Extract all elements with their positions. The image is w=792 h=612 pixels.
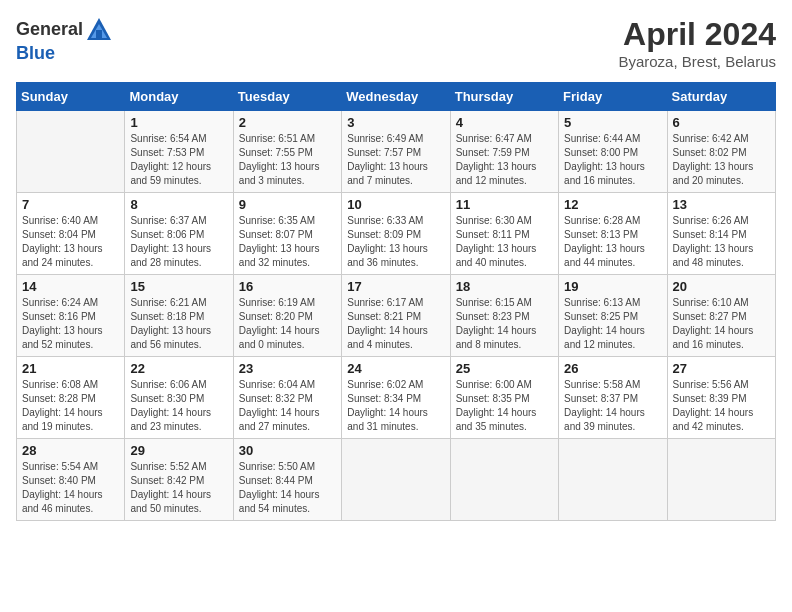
day-number: 12 bbox=[564, 197, 661, 212]
day-info: Sunrise: 6:17 AM Sunset: 8:21 PM Dayligh… bbox=[347, 296, 444, 352]
day-number: 9 bbox=[239, 197, 336, 212]
day-info: Sunrise: 5:58 AM Sunset: 8:37 PM Dayligh… bbox=[564, 378, 661, 434]
day-number: 18 bbox=[456, 279, 553, 294]
day-info: Sunrise: 6:37 AM Sunset: 8:06 PM Dayligh… bbox=[130, 214, 227, 270]
day-info: Sunrise: 6:44 AM Sunset: 8:00 PM Dayligh… bbox=[564, 132, 661, 188]
day-info: Sunrise: 6:30 AM Sunset: 8:11 PM Dayligh… bbox=[456, 214, 553, 270]
day-info: Sunrise: 6:21 AM Sunset: 8:18 PM Dayligh… bbox=[130, 296, 227, 352]
header-friday: Friday bbox=[559, 83, 667, 111]
day-number: 30 bbox=[239, 443, 336, 458]
day-info: Sunrise: 6:49 AM Sunset: 7:57 PM Dayligh… bbox=[347, 132, 444, 188]
table-row: 12Sunrise: 6:28 AM Sunset: 8:13 PM Dayli… bbox=[559, 193, 667, 275]
day-info: Sunrise: 6:35 AM Sunset: 8:07 PM Dayligh… bbox=[239, 214, 336, 270]
day-info: Sunrise: 6:54 AM Sunset: 7:53 PM Dayligh… bbox=[130, 132, 227, 188]
table-row: 18Sunrise: 6:15 AM Sunset: 8:23 PM Dayli… bbox=[450, 275, 558, 357]
day-info: Sunrise: 6:10 AM Sunset: 8:27 PM Dayligh… bbox=[673, 296, 770, 352]
table-row bbox=[342, 439, 450, 521]
day-number: 23 bbox=[239, 361, 336, 376]
table-row: 22Sunrise: 6:06 AM Sunset: 8:30 PM Dayli… bbox=[125, 357, 233, 439]
table-row: 7Sunrise: 6:40 AM Sunset: 8:04 PM Daylig… bbox=[17, 193, 125, 275]
table-row: 3Sunrise: 6:49 AM Sunset: 7:57 PM Daylig… bbox=[342, 111, 450, 193]
day-info: Sunrise: 5:56 AM Sunset: 8:39 PM Dayligh… bbox=[673, 378, 770, 434]
table-row: 2Sunrise: 6:51 AM Sunset: 7:55 PM Daylig… bbox=[233, 111, 341, 193]
day-number: 1 bbox=[130, 115, 227, 130]
day-number: 27 bbox=[673, 361, 770, 376]
table-row: 5Sunrise: 6:44 AM Sunset: 8:00 PM Daylig… bbox=[559, 111, 667, 193]
day-info: Sunrise: 6:13 AM Sunset: 8:25 PM Dayligh… bbox=[564, 296, 661, 352]
day-number: 20 bbox=[673, 279, 770, 294]
day-number: 4 bbox=[456, 115, 553, 130]
day-number: 21 bbox=[22, 361, 119, 376]
day-info: Sunrise: 5:52 AM Sunset: 8:42 PM Dayligh… bbox=[130, 460, 227, 516]
day-info: Sunrise: 5:50 AM Sunset: 8:44 PM Dayligh… bbox=[239, 460, 336, 516]
header-saturday: Saturday bbox=[667, 83, 775, 111]
day-number: 10 bbox=[347, 197, 444, 212]
table-row: 19Sunrise: 6:13 AM Sunset: 8:25 PM Dayli… bbox=[559, 275, 667, 357]
table-row: 23Sunrise: 6:04 AM Sunset: 8:32 PM Dayli… bbox=[233, 357, 341, 439]
day-number: 5 bbox=[564, 115, 661, 130]
weekday-header-row: Sunday Monday Tuesday Wednesday Thursday… bbox=[17, 83, 776, 111]
table-row: 20Sunrise: 6:10 AM Sunset: 8:27 PM Dayli… bbox=[667, 275, 775, 357]
day-info: Sunrise: 6:51 AM Sunset: 7:55 PM Dayligh… bbox=[239, 132, 336, 188]
day-number: 6 bbox=[673, 115, 770, 130]
day-number: 15 bbox=[130, 279, 227, 294]
table-row: 17Sunrise: 6:17 AM Sunset: 8:21 PM Dayli… bbox=[342, 275, 450, 357]
header-tuesday: Tuesday bbox=[233, 83, 341, 111]
table-row bbox=[450, 439, 558, 521]
calendar-week-1: 1Sunrise: 6:54 AM Sunset: 7:53 PM Daylig… bbox=[17, 111, 776, 193]
logo: General Blue bbox=[16, 16, 113, 64]
table-row bbox=[667, 439, 775, 521]
table-row: 24Sunrise: 6:02 AM Sunset: 8:34 PM Dayli… bbox=[342, 357, 450, 439]
day-number: 3 bbox=[347, 115, 444, 130]
day-info: Sunrise: 6:15 AM Sunset: 8:23 PM Dayligh… bbox=[456, 296, 553, 352]
month-title: April 2024 bbox=[618, 16, 776, 53]
table-row: 10Sunrise: 6:33 AM Sunset: 8:09 PM Dayli… bbox=[342, 193, 450, 275]
day-info: Sunrise: 6:40 AM Sunset: 8:04 PM Dayligh… bbox=[22, 214, 119, 270]
table-row bbox=[559, 439, 667, 521]
table-row bbox=[17, 111, 125, 193]
day-info: Sunrise: 6:02 AM Sunset: 8:34 PM Dayligh… bbox=[347, 378, 444, 434]
page-header: General Blue April 2024 Byaroza, Brest, … bbox=[16, 16, 776, 70]
day-info: Sunrise: 6:42 AM Sunset: 8:02 PM Dayligh… bbox=[673, 132, 770, 188]
day-number: 16 bbox=[239, 279, 336, 294]
day-number: 14 bbox=[22, 279, 119, 294]
calendar-table: Sunday Monday Tuesday Wednesday Thursday… bbox=[16, 82, 776, 521]
header-thursday: Thursday bbox=[450, 83, 558, 111]
table-row: 14Sunrise: 6:24 AM Sunset: 8:16 PM Dayli… bbox=[17, 275, 125, 357]
table-row: 27Sunrise: 5:56 AM Sunset: 8:39 PM Dayli… bbox=[667, 357, 775, 439]
svg-rect-2 bbox=[96, 30, 102, 38]
table-row: 25Sunrise: 6:00 AM Sunset: 8:35 PM Dayli… bbox=[450, 357, 558, 439]
table-row: 1Sunrise: 6:54 AM Sunset: 7:53 PM Daylig… bbox=[125, 111, 233, 193]
calendar-week-2: 7Sunrise: 6:40 AM Sunset: 8:04 PM Daylig… bbox=[17, 193, 776, 275]
day-number: 8 bbox=[130, 197, 227, 212]
table-row: 9Sunrise: 6:35 AM Sunset: 8:07 PM Daylig… bbox=[233, 193, 341, 275]
day-info: Sunrise: 6:28 AM Sunset: 8:13 PM Dayligh… bbox=[564, 214, 661, 270]
table-row: 26Sunrise: 5:58 AM Sunset: 8:37 PM Dayli… bbox=[559, 357, 667, 439]
day-info: Sunrise: 6:47 AM Sunset: 7:59 PM Dayligh… bbox=[456, 132, 553, 188]
day-number: 24 bbox=[347, 361, 444, 376]
day-number: 25 bbox=[456, 361, 553, 376]
header-monday: Monday bbox=[125, 83, 233, 111]
day-info: Sunrise: 6:33 AM Sunset: 8:09 PM Dayligh… bbox=[347, 214, 444, 270]
calendar-week-3: 14Sunrise: 6:24 AM Sunset: 8:16 PM Dayli… bbox=[17, 275, 776, 357]
header-wednesday: Wednesday bbox=[342, 83, 450, 111]
day-number: 17 bbox=[347, 279, 444, 294]
day-number: 13 bbox=[673, 197, 770, 212]
day-number: 22 bbox=[130, 361, 227, 376]
table-row: 28Sunrise: 5:54 AM Sunset: 8:40 PM Dayli… bbox=[17, 439, 125, 521]
table-row: 21Sunrise: 6:08 AM Sunset: 8:28 PM Dayli… bbox=[17, 357, 125, 439]
table-row: 30Sunrise: 5:50 AM Sunset: 8:44 PM Dayli… bbox=[233, 439, 341, 521]
table-row: 11Sunrise: 6:30 AM Sunset: 8:11 PM Dayli… bbox=[450, 193, 558, 275]
day-number: 19 bbox=[564, 279, 661, 294]
logo-blue-text: Blue bbox=[16, 44, 113, 64]
day-info: Sunrise: 6:00 AM Sunset: 8:35 PM Dayligh… bbox=[456, 378, 553, 434]
day-number: 28 bbox=[22, 443, 119, 458]
header-sunday: Sunday bbox=[17, 83, 125, 111]
table-row: 8Sunrise: 6:37 AM Sunset: 8:06 PM Daylig… bbox=[125, 193, 233, 275]
location: Byaroza, Brest, Belarus bbox=[618, 53, 776, 70]
table-row: 13Sunrise: 6:26 AM Sunset: 8:14 PM Dayli… bbox=[667, 193, 775, 275]
calendar-week-4: 21Sunrise: 6:08 AM Sunset: 8:28 PM Dayli… bbox=[17, 357, 776, 439]
table-row: 15Sunrise: 6:21 AM Sunset: 8:18 PM Dayli… bbox=[125, 275, 233, 357]
day-info: Sunrise: 6:04 AM Sunset: 8:32 PM Dayligh… bbox=[239, 378, 336, 434]
day-info: Sunrise: 6:24 AM Sunset: 8:16 PM Dayligh… bbox=[22, 296, 119, 352]
